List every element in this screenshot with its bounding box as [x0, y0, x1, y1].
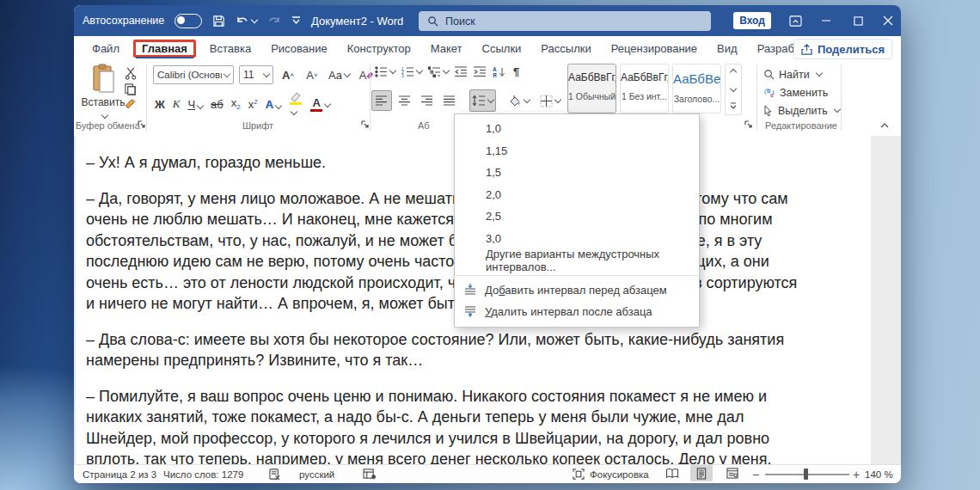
cut-button[interactable]	[124, 67, 138, 80]
maximize-button[interactable]	[845, 5, 871, 36]
grow-font-button[interactable]: А˄	[279, 65, 297, 84]
highlighter-icon	[289, 91, 303, 105]
copy-button[interactable]	[124, 83, 137, 95]
menu-item-spacing-1-15[interactable]: 1,15	[455, 140, 699, 162]
close-button[interactable]	[875, 5, 901, 36]
tab-design[interactable]: Конструктор	[341, 38, 417, 59]
subscript-button[interactable]: х2	[231, 96, 241, 111]
status-bar: Страница 2 из 3 Число слов: 1279 русский…	[74, 464, 901, 483]
tab-layout[interactable]: Макет	[425, 38, 469, 59]
zoom-level[interactable]: 140 %	[865, 465, 893, 483]
proofing-errors-icon[interactable]	[268, 465, 281, 483]
styles-scroll-down-icon[interactable]	[730, 85, 737, 92]
font-dialog-launcher-icon[interactable]	[361, 120, 369, 128]
font-name-combo[interactable]: Calibri (Основн	[153, 65, 234, 84]
menu-item-add-space-before[interactable]: Добавить интервал перед абзацем	[455, 279, 699, 301]
customize-qat-chevron-icon[interactable]	[291, 5, 301, 36]
minimize-button[interactable]	[813, 5, 839, 36]
strikethrough-button[interactable]: аб	[211, 98, 224, 111]
tab-review[interactable]: Рецензирование	[605, 38, 703, 59]
focus-mode-button[interactable]: Фокусировка	[573, 465, 649, 483]
menu-item-spacing-1-5[interactable]: 1,5	[455, 162, 699, 184]
menu-item-spacing-1[interactable]: 1,0	[455, 118, 699, 140]
font-color-button[interactable]: А	[310, 96, 330, 112]
align-center-button[interactable]	[395, 91, 414, 110]
zoom-out-button[interactable]: −	[752, 465, 759, 483]
multilevel-list-button[interactable]	[428, 66, 449, 77]
tab-view[interactable]: Вид	[711, 38, 744, 59]
group-separator	[841, 64, 842, 131]
decrease-indent-button[interactable]	[455, 66, 468, 77]
page-indicator[interactable]: Страница 2 из 3	[83, 465, 156, 483]
pilcrow-button[interactable]: ¶	[513, 65, 519, 78]
change-case-button[interactable]: Аа	[327, 65, 352, 84]
borders-button[interactable]	[538, 91, 562, 110]
increase-indent-button[interactable]	[474, 66, 487, 77]
vertical-scrollbar[interactable]	[871, 136, 901, 464]
menu-item-remove-space-after[interactable]: Удалить интервал после абзаца	[455, 301, 699, 322]
save-icon[interactable]	[212, 5, 225, 36]
tab-draw[interactable]: Рисование	[265, 38, 333, 59]
group-separator	[756, 64, 757, 131]
find-button[interactable]: Найти	[763, 66, 840, 83]
web-layout-button[interactable]	[721, 465, 744, 481]
word-count[interactable]: Число слов: 1279	[163, 465, 243, 483]
search-box[interactable]: Поиск	[419, 11, 711, 31]
shrink-font-button[interactable]: А˅	[303, 65, 322, 84]
menu-item-spacing-3[interactable]: 3,0	[455, 228, 699, 250]
line-spacing-button[interactable]	[469, 89, 496, 112]
align-right-button[interactable]	[418, 91, 437, 110]
collapse-ribbon-button[interactable]	[880, 122, 889, 128]
align-left-button[interactable]	[371, 90, 392, 111]
numbering-button[interactable]: 123	[401, 66, 422, 77]
share-button[interactable]: Поделиться	[793, 39, 892, 59]
superscript-button[interactable]: х2	[248, 98, 258, 111]
bullets-button[interactable]	[375, 66, 395, 77]
font-row-2: Ж K Ч аб х2 х2 А А	[155, 91, 330, 117]
justify-button[interactable]	[440, 91, 459, 110]
text-effects-button[interactable]: А	[266, 98, 281, 111]
format-painter-button[interactable]	[124, 98, 138, 112]
styles-more-icon[interactable]	[730, 102, 737, 109]
select-button[interactable]: Выделить	[763, 102, 840, 119]
menu-item-spacing-2-5[interactable]: 2,5	[455, 205, 699, 228]
italic-button[interactable]: K	[173, 97, 181, 111]
print-layout-button[interactable]	[690, 465, 713, 481]
style-card-no-spacing[interactable]: АаБбВвГгД 1 Без инт...	[620, 64, 669, 113]
paste-dropdown-icon[interactable]	[101, 112, 107, 119]
tab-home[interactable]: Главная	[136, 38, 193, 59]
zoom-slider-handle[interactable]	[804, 469, 808, 480]
bold-button[interactable]: Ж	[155, 98, 165, 111]
sign-in-button[interactable]: Вход	[733, 12, 771, 29]
font-size-combo[interactable]: 11	[239, 65, 273, 84]
replace-button[interactable]: bc Заменить	[763, 84, 840, 101]
autosave-toggle[interactable]	[175, 14, 202, 28]
menu-item-more-spacing-options[interactable]: Другие варианты междустрочных интервалов…	[455, 249, 699, 272]
tab-mailings[interactable]: Рассылки	[535, 38, 597, 59]
style-card-normal[interactable]: АаБбВвГгД 1 Обычный	[567, 64, 616, 113]
ribbon-tab-row: Файл Главная Вставка Рисование Конструкт…	[74, 36, 901, 60]
style-card-heading[interactable]: АаБбВе Заголово...	[672, 64, 721, 113]
macro-recording-icon[interactable]	[363, 465, 377, 483]
ribbon-display-options-button[interactable]	[782, 5, 808, 36]
sort-button[interactable]: АЯ	[493, 66, 507, 78]
paste-label: Вставить	[81, 96, 126, 108]
shading-button[interactable]	[506, 91, 531, 110]
highlight-button[interactable]	[289, 91, 303, 117]
menu-item-spacing-2[interactable]: 2,0	[455, 184, 699, 206]
paste-button[interactable]: Вставить	[81, 64, 126, 120]
read-mode-button[interactable]	[661, 465, 683, 481]
clipboard-group-label: Буфер обмена	[76, 120, 139, 131]
language-indicator[interactable]: русский	[299, 465, 334, 483]
undo-dropdown-icon[interactable]	[251, 15, 258, 22]
clipboard-dialog-launcher-icon[interactable]	[138, 120, 145, 128]
tab-file[interactable]: Файл	[86, 38, 126, 59]
styles-scroll-up-icon[interactable]	[730, 69, 737, 76]
tab-insert[interactable]: Вставка	[204, 38, 257, 59]
tab-references[interactable]: Ссылки	[476, 38, 528, 59]
undo-button[interactable]	[236, 5, 257, 36]
zoom-in-button[interactable]: +	[853, 465, 860, 483]
clear-formatting-button[interactable]: А	[357, 65, 376, 84]
styles-dialog-launcher-icon[interactable]	[744, 120, 752, 128]
underline-button[interactable]: Ч	[187, 98, 203, 111]
